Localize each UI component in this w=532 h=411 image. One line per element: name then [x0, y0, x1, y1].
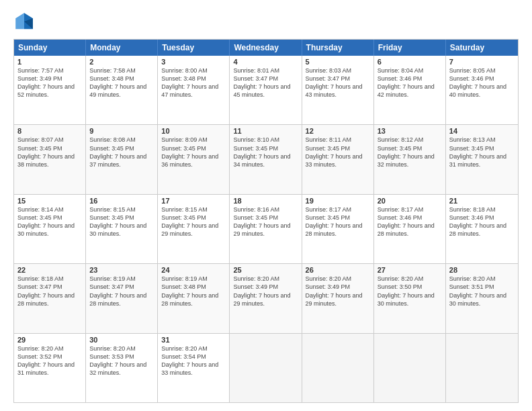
- cell-info: Sunrise: 7:57 AMSunset: 3:49 PMDaylight:…: [17, 66, 82, 99]
- cell-info: Sunrise: 8:10 AMSunset: 3:45 PMDaylight:…: [233, 136, 298, 169]
- day-number: 4: [233, 58, 298, 66]
- calendar-cell: [374, 334, 446, 402]
- day-number: 5: [306, 58, 370, 66]
- cell-info: Sunrise: 8:19 AMSunset: 3:48 PMDaylight:…: [161, 275, 226, 308]
- day-number: 22: [17, 266, 82, 274]
- logo: [13, 11, 38, 32]
- calendar-body: 1 Sunrise: 7:57 AMSunset: 3:49 PMDayligh…: [14, 56, 518, 402]
- cell-info: Sunrise: 8:20 AMSunset: 3:50 PMDaylight:…: [378, 275, 442, 308]
- day-number: 8: [17, 127, 82, 135]
- cell-info: Sunrise: 8:20 AMSunset: 3:51 PMDaylight:…: [449, 275, 515, 308]
- day-number: 13: [378, 127, 442, 135]
- calendar-cell: 1 Sunrise: 7:57 AMSunset: 3:49 PMDayligh…: [14, 56, 86, 124]
- cell-info: Sunrise: 8:16 AMSunset: 3:45 PMDaylight:…: [233, 205, 298, 238]
- svg-marker-1: [15, 13, 24, 29]
- day-number: 6: [378, 58, 442, 66]
- calendar-cell: 22 Sunrise: 8:18 AMSunset: 3:47 PMDaylig…: [14, 264, 86, 332]
- day-number: 14: [449, 127, 515, 135]
- cal-header-day: Monday: [86, 40, 158, 56]
- day-number: 7: [449, 58, 515, 66]
- calendar-cell: 2 Sunrise: 7:58 AMSunset: 3:48 PMDayligh…: [86, 56, 158, 124]
- day-number: 15: [17, 197, 82, 205]
- day-number: 30: [89, 336, 154, 344]
- calendar-header: SundayMondayTuesdayWednesdayThursdayFrid…: [14, 40, 518, 56]
- cal-header-day: Saturday: [446, 40, 518, 56]
- calendar-week: 15 Sunrise: 8:14 AMSunset: 3:45 PMDaylig…: [14, 195, 518, 264]
- day-number: 27: [378, 266, 442, 274]
- cell-info: Sunrise: 8:11 AMSunset: 3:45 PMDaylight:…: [306, 136, 370, 169]
- cell-info: Sunrise: 8:19 AMSunset: 3:47 PMDaylight:…: [89, 275, 154, 308]
- day-number: 18: [233, 197, 298, 205]
- calendar-week: 22 Sunrise: 8:18 AMSunset: 3:47 PMDaylig…: [14, 264, 518, 333]
- cell-info: Sunrise: 8:15 AMSunset: 3:45 PMDaylight:…: [161, 205, 226, 238]
- cell-info: Sunrise: 8:17 AMSunset: 3:46 PMDaylight:…: [378, 205, 442, 238]
- calendar-cell: 13 Sunrise: 8:12 AMSunset: 3:45 PMDaylig…: [374, 125, 446, 193]
- calendar-cell: 29 Sunrise: 8:20 AMSunset: 3:52 PMDaylig…: [14, 334, 86, 402]
- calendar-cell: 6 Sunrise: 8:04 AMSunset: 3:46 PMDayligh…: [374, 56, 446, 124]
- calendar-week: 29 Sunrise: 8:20 AMSunset: 3:52 PMDaylig…: [14, 334, 518, 402]
- cell-info: Sunrise: 8:13 AMSunset: 3:45 PMDaylight:…: [449, 136, 515, 169]
- calendar-cell: 30 Sunrise: 8:20 AMSunset: 3:53 PMDaylig…: [86, 334, 158, 402]
- day-number: 10: [161, 127, 226, 135]
- calendar-cell: 16 Sunrise: 8:15 AMSunset: 3:45 PMDaylig…: [86, 195, 158, 263]
- calendar-cell: 10 Sunrise: 8:09 AMSunset: 3:45 PMDaylig…: [158, 125, 230, 193]
- cell-info: Sunrise: 8:17 AMSunset: 3:45 PMDaylight:…: [306, 205, 370, 238]
- calendar-cell: 3 Sunrise: 8:00 AMSunset: 3:48 PMDayligh…: [158, 56, 230, 124]
- day-number: 16: [89, 197, 154, 205]
- cell-info: Sunrise: 8:12 AMSunset: 3:45 PMDaylight:…: [378, 136, 442, 169]
- day-number: 1: [17, 58, 82, 66]
- day-number: 21: [449, 197, 515, 205]
- calendar-cell: 18 Sunrise: 8:16 AMSunset: 3:45 PMDaylig…: [230, 195, 302, 263]
- cal-header-day: Tuesday: [158, 40, 230, 56]
- calendar-cell: 14 Sunrise: 8:13 AMSunset: 3:45 PMDaylig…: [446, 125, 518, 193]
- cal-header-day: Friday: [374, 40, 446, 56]
- day-number: 29: [17, 336, 82, 344]
- calendar-cell: 17 Sunrise: 8:15 AMSunset: 3:45 PMDaylig…: [158, 195, 230, 263]
- calendar-week: 1 Sunrise: 7:57 AMSunset: 3:49 PMDayligh…: [14, 56, 518, 125]
- calendar-cell: 21 Sunrise: 8:18 AMSunset: 3:46 PMDaylig…: [446, 195, 518, 263]
- day-number: 24: [161, 266, 226, 274]
- calendar-week: 8 Sunrise: 8:07 AMSunset: 3:45 PMDayligh…: [14, 125, 518, 194]
- cell-info: Sunrise: 8:20 AMSunset: 3:53 PMDaylight:…: [89, 345, 154, 377]
- calendar-cell: 23 Sunrise: 8:19 AMSunset: 3:47 PMDaylig…: [86, 264, 158, 332]
- cell-info: Sunrise: 8:20 AMSunset: 3:49 PMDaylight:…: [306, 275, 370, 308]
- cell-info: Sunrise: 8:20 AMSunset: 3:52 PMDaylight:…: [17, 345, 82, 377]
- day-number: 26: [306, 266, 370, 274]
- cal-header-day: Sunday: [14, 40, 86, 56]
- calendar-cell: [446, 334, 518, 402]
- cell-info: Sunrise: 8:01 AMSunset: 3:47 PMDaylight:…: [233, 66, 298, 99]
- cell-info: Sunrise: 8:20 AMSunset: 3:54 PMDaylight:…: [161, 345, 226, 377]
- calendar-cell: 27 Sunrise: 8:20 AMSunset: 3:50 PMDaylig…: [374, 264, 446, 332]
- header: [13, 11, 519, 32]
- calendar-cell: 7 Sunrise: 8:05 AMSunset: 3:46 PMDayligh…: [446, 56, 518, 124]
- calendar-cell: 8 Sunrise: 8:07 AMSunset: 3:45 PMDayligh…: [14, 125, 86, 193]
- cell-info: Sunrise: 8:08 AMSunset: 3:45 PMDaylight:…: [89, 136, 154, 169]
- calendar-cell: 25 Sunrise: 8:20 AMSunset: 3:49 PMDaylig…: [230, 264, 302, 332]
- calendar-cell: 31 Sunrise: 8:20 AMSunset: 3:54 PMDaylig…: [158, 334, 230, 402]
- cell-info: Sunrise: 8:20 AMSunset: 3:49 PMDaylight:…: [233, 275, 298, 308]
- calendar-cell: [230, 334, 302, 402]
- cal-header-day: Wednesday: [230, 40, 302, 56]
- calendar-cell: 4 Sunrise: 8:01 AMSunset: 3:47 PMDayligh…: [230, 56, 302, 124]
- day-number: 11: [233, 127, 298, 135]
- day-number: 19: [306, 197, 370, 205]
- calendar-cell: 24 Sunrise: 8:19 AMSunset: 3:48 PMDaylig…: [158, 264, 230, 332]
- calendar-cell: 5 Sunrise: 8:03 AMSunset: 3:47 PMDayligh…: [302, 56, 374, 124]
- cell-info: Sunrise: 8:07 AMSunset: 3:45 PMDaylight:…: [17, 136, 82, 169]
- calendar-cell: 12 Sunrise: 8:11 AMSunset: 3:45 PMDaylig…: [302, 125, 374, 193]
- cell-info: Sunrise: 8:18 AMSunset: 3:47 PMDaylight:…: [17, 275, 82, 308]
- day-number: 17: [161, 197, 226, 205]
- cell-info: Sunrise: 8:00 AMSunset: 3:48 PMDaylight:…: [161, 66, 226, 99]
- cal-header-day: Thursday: [302, 40, 374, 56]
- day-number: 9: [89, 127, 154, 135]
- calendar-cell: [302, 334, 374, 402]
- day-number: 25: [233, 266, 298, 274]
- logo-icon: [13, 11, 35, 32]
- cell-info: Sunrise: 7:58 AMSunset: 3:48 PMDaylight:…: [89, 66, 154, 99]
- calendar: SundayMondayTuesdayWednesdayThursdayFrid…: [13, 39, 519, 403]
- cell-info: Sunrise: 8:03 AMSunset: 3:47 PMDaylight:…: [306, 66, 370, 99]
- day-number: 2: [89, 58, 154, 66]
- calendar-cell: 26 Sunrise: 8:20 AMSunset: 3:49 PMDaylig…: [302, 264, 374, 332]
- calendar-cell: 19 Sunrise: 8:17 AMSunset: 3:45 PMDaylig…: [302, 195, 374, 263]
- cell-info: Sunrise: 8:05 AMSunset: 3:46 PMDaylight:…: [449, 66, 515, 99]
